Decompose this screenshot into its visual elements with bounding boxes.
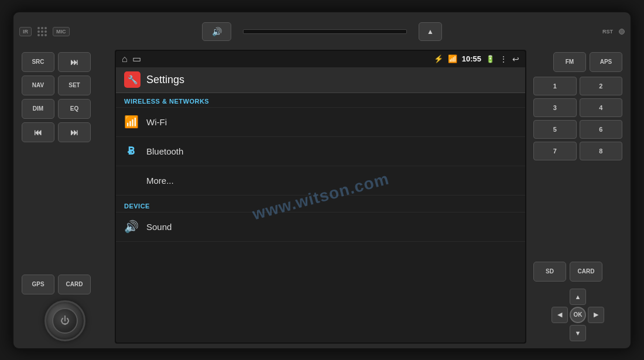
- back-icon[interactable]: ↩: [512, 54, 519, 64]
- sound-item-label: Sound: [146, 222, 172, 232]
- num-2-button[interactable]: 2: [580, 77, 623, 95]
- top-center-controls: 🔊 ▲: [113, 22, 531, 41]
- sound-item-icon: 🔊: [124, 220, 138, 234]
- cross-down-button[interactable]: ▼: [570, 325, 586, 341]
- left-panel: SRC ⏭ NAV SET DIM EQ ⏮ ⏭ GPS CARD: [19, 50, 110, 344]
- bluetooth-icon: ⚡: [434, 54, 443, 63]
- cross-empty-tr: [588, 289, 604, 305]
- button-row-2: NAV SET: [22, 76, 108, 95]
- sd-card-row: SD CARD: [533, 262, 622, 282]
- skip-forward-button[interactable]: ⏭: [58, 52, 91, 72]
- right-panel: FM APS 1 2 3 4 5 6 7 8 SD CARD: [531, 50, 625, 344]
- rst-label: RST: [602, 29, 613, 35]
- gps-button[interactable]: GPS: [22, 275, 54, 294]
- bluetooth-item-label: Bluetooth: [146, 146, 183, 156]
- more-item-label: More...: [146, 176, 174, 186]
- cross-up-button[interactable]: ▲: [570, 289, 586, 305]
- volume-button[interactable]: 🔊: [202, 22, 231, 41]
- sd-button[interactable]: SD: [533, 262, 566, 282]
- nav-cross: ▲ ◀ OK ▶ ▼: [551, 289, 604, 341]
- cross-empty-bl: [551, 325, 568, 341]
- reset-button[interactable]: [619, 29, 625, 35]
- ir-label: IR: [19, 27, 32, 36]
- num-7-button[interactable]: 7: [533, 142, 577, 160]
- home-icon[interactable]: ⌂: [122, 54, 128, 64]
- card-button-left[interactable]: CARD: [58, 275, 91, 294]
- settings-wrench-icon: 🔧: [124, 71, 141, 88]
- android-status-bar: ⌂ ▭ ⚡ 📶 10:55 🔋 ⋮ ↩: [116, 51, 525, 67]
- top-right-controls: RST: [531, 29, 625, 35]
- prev-track-button[interactable]: ⏮: [22, 122, 54, 142]
- power-knob-area: ⏻: [22, 300, 108, 341]
- power-knob[interactable]: ⏻: [44, 300, 85, 341]
- cross-ok-button[interactable]: OK: [570, 307, 586, 323]
- cross-left-button[interactable]: ◀: [551, 307, 568, 323]
- head-unit: IR MIC 🔊 ▲ RST SRC ⏭ NAV: [12, 11, 632, 350]
- wifi-icon: 📶: [448, 54, 457, 63]
- eq-button[interactable]: EQ: [58, 99, 91, 119]
- overflow-icon[interactable]: ⋮: [499, 54, 508, 64]
- more-item[interactable]: More...: [116, 166, 525, 196]
- sound-item[interactable]: 🔊 Sound: [116, 212, 525, 242]
- num-3-button[interactable]: 3: [533, 98, 577, 117]
- mic-sensor: [37, 27, 47, 36]
- button-row-1: SRC ⏭: [22, 52, 108, 72]
- cd-slot: [243, 29, 407, 34]
- settings-header: 🔧 Settings: [116, 67, 525, 93]
- eject-button[interactable]: ▲: [419, 22, 442, 41]
- cross-empty-tl: [551, 289, 568, 305]
- src-button[interactable]: SRC: [22, 52, 54, 72]
- right-bottom-controls: SD CARD ▲ ◀ OK ▶ ▼: [533, 262, 622, 341]
- card-button-right[interactable]: CARD: [570, 262, 602, 282]
- fm-button[interactable]: FM: [553, 52, 586, 72]
- top-left-controls: IR MIC: [19, 27, 113, 36]
- next-track-button[interactable]: ⏭: [58, 122, 91, 142]
- button-row-3: DIM EQ: [22, 99, 108, 119]
- num-grid: 1 2 3 4 5 6 7 8: [533, 77, 622, 160]
- device-section-header: DEVICE: [116, 198, 525, 212]
- status-right: ⚡ 📶 10:55 🔋 ⋮ ↩: [434, 54, 519, 64]
- num-4-button[interactable]: 4: [580, 98, 623, 117]
- wifi-item-icon: 📶: [124, 115, 138, 129]
- aps-button[interactable]: APS: [590, 52, 622, 72]
- wireless-networks-section-header: WIRELESS & NETWORKS: [116, 93, 525, 108]
- settings-title: Settings: [146, 74, 184, 86]
- num-8-button[interactable]: 8: [580, 142, 623, 160]
- set-button[interactable]: SET: [58, 76, 91, 95]
- settings-content: WIRELESS & NETWORKS 📶 Wi-Fi Ƀ Bluetooth …: [116, 93, 525, 342]
- dim-button[interactable]: DIM: [22, 99, 54, 119]
- bluetooth-item[interactable]: Ƀ Bluetooth: [116, 137, 525, 166]
- mic-label: MIC: [53, 27, 70, 36]
- bluetooth-item-icon: Ƀ: [124, 145, 138, 157]
- num-1-button[interactable]: 1: [533, 77, 577, 95]
- power-inner: ⏻: [52, 308, 78, 334]
- screen: ⌂ ▭ ⚡ 📶 10:55 🔋 ⋮ ↩ 🔧 Settings W: [115, 50, 526, 344]
- wifi-item[interactable]: 📶 Wi-Fi: [116, 108, 525, 137]
- device-section: DEVICE 🔊 Sound: [116, 198, 525, 242]
- num-5-button[interactable]: 5: [533, 120, 577, 139]
- status-time: 10:55: [462, 54, 481, 63]
- num-6-button[interactable]: 6: [580, 120, 623, 139]
- wifi-item-label: Wi-Fi: [146, 117, 167, 127]
- nav-icons: ⌂ ▭: [122, 53, 141, 64]
- right-top-row: FM APS: [533, 52, 622, 72]
- top-row: IR MIC 🔊 ▲ RST: [19, 17, 625, 46]
- button-row-4: ⏮ ⏭: [22, 122, 108, 142]
- left-bottom-controls: GPS CARD ⏻: [22, 275, 108, 341]
- cross-empty-br: [588, 325, 604, 341]
- battery-icon: 🔋: [486, 55, 495, 63]
- recents-icon[interactable]: ▭: [132, 53, 141, 64]
- right-nums: 1 2 3 4 5 6 7 8: [533, 77, 622, 160]
- gps-card-row: GPS CARD: [22, 275, 108, 294]
- cross-right-button[interactable]: ▶: [588, 307, 604, 323]
- main-row: SRC ⏭ NAV SET DIM EQ ⏮ ⏭ GPS CARD: [19, 50, 625, 344]
- nav-button[interactable]: NAV: [22, 76, 54, 95]
